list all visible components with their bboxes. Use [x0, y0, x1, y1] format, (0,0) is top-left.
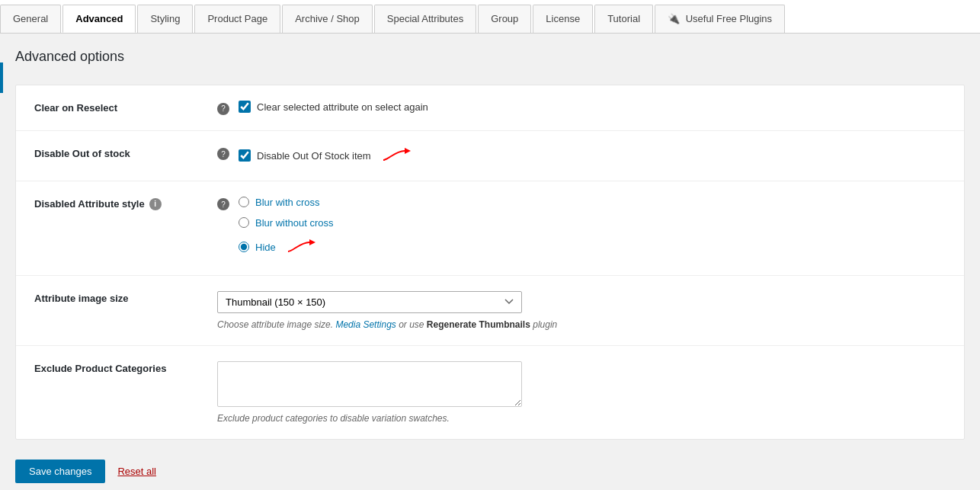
tab-advanced[interactable]: Advanced	[62, 5, 136, 33]
arrow-disable-out-of-stock	[382, 146, 412, 165]
help-clear-on-reselect[interactable]: ?	[217, 101, 229, 115]
radio-blur-with-cross[interactable]	[239, 197, 249, 207]
hint-attribute-image-size: Choose attribute image size. Media Setti…	[217, 319, 946, 330]
row-attribute-image-size: Attribute image size Thumbnail (150 × 15…	[16, 276, 964, 346]
row-clear-on-reselect: Clear on Reselect ? Clear selected attri…	[16, 85, 964, 131]
tab-bar: General Advanced Styling Product Page Ar…	[0, 0, 980, 34]
row-disabled-attribute-style: Disabled Attribute style i ? Blur with c…	[16, 181, 964, 276]
hint-exclude-product-categories: Exclude product categories to disable va…	[217, 413, 946, 424]
label-disabled-attribute-style: Disabled Attribute style i	[34, 197, 217, 210]
settings-panel: Clear on Reselect ? Clear selected attri…	[15, 85, 965, 440]
save-button[interactable]: Save changes	[15, 460, 105, 483]
media-settings-link[interactable]: Media Settings	[335, 319, 396, 330]
tab-archive-shop[interactable]: Archive / Shop	[282, 5, 373, 33]
radio-hide-label[interactable]: Hide	[239, 238, 334, 257]
checkbox-clear-on-reselect-label[interactable]: Clear selected attribute on select again	[239, 101, 428, 113]
radio-blur-without-cross-label[interactable]: Blur without cross	[239, 217, 334, 229]
radio-hide[interactable]	[239, 242, 249, 252]
info-icon-disabled-attribute-style[interactable]: i	[149, 198, 162, 210]
row-disabled-attribute-style-inner: ? Blur with cross Blur without cross	[217, 197, 334, 260]
checkbox-disable-out-of-stock[interactable]	[239, 149, 251, 162]
row-exclude-product-categories: Exclude Product Categories Exclude produ…	[16, 346, 964, 439]
help-disable-out-of-stock[interactable]: ?	[217, 146, 229, 161]
help-icon-disable-out-of-stock[interactable]: ?	[217, 148, 229, 160]
help-icon-disabled-attribute-style[interactable]: ?	[217, 198, 229, 210]
row-clear-on-reselect-inner: ? Clear selected attribute on select aga…	[217, 101, 428, 115]
textarea-exclude-product-categories[interactable]	[217, 361, 522, 407]
checkbox-disable-out-of-stock-label[interactable]: Disable Out Of Stock item	[239, 146, 412, 165]
label-attribute-image-size: Attribute image size	[34, 291, 217, 304]
tab-tutorial[interactable]: Tutorial	[594, 5, 653, 33]
main-content: Advanced options Clear on Reselect ? Cle…	[0, 34, 980, 440]
content-clear-on-reselect: Clear selected attribute on select again	[239, 101, 428, 113]
content-disabled-attribute-style: Blur with cross Blur without cross Hide	[239, 197, 334, 260]
radio-blur-without-cross[interactable]	[239, 217, 249, 228]
label-clear-on-reselect: Clear on Reselect	[34, 101, 217, 114]
tab-styling[interactable]: Styling	[137, 5, 193, 33]
dropdown-attribute-image-size[interactable]: Thumbnail (150 × 150) Medium (300 × 300)…	[217, 291, 522, 313]
plugin-icon: 🔌	[668, 13, 680, 24]
row-disable-out-of-stock: Disable Out of stock ? Disable Out Of St…	[16, 131, 964, 181]
content-disable-out-of-stock: Disable Out Of Stock item	[239, 146, 412, 165]
reset-all-button[interactable]: Reset all	[117, 466, 156, 477]
label-exclude-product-categories: Exclude Product Categories	[34, 361, 217, 374]
help-disabled-attribute-style[interactable]: ?	[217, 197, 229, 211]
row-disable-out-of-stock-inner: ? Disable Out Of Stock item	[217, 146, 412, 165]
tab-useful-free-plugins[interactable]: 🔌 Useful Free Plugins	[655, 5, 785, 33]
footer-bar: Save changes Reset all	[0, 447, 980, 491]
tab-general[interactable]: General	[0, 5, 61, 33]
section-title: Advanced options	[15, 49, 965, 72]
tab-license[interactable]: License	[533, 5, 593, 33]
content-exclude-product-categories: Exclude product categories to disable va…	[217, 361, 946, 424]
checkbox-clear-on-reselect[interactable]	[239, 101, 251, 113]
svg-marker-1	[309, 239, 315, 245]
content-attribute-image-size: Thumbnail (150 × 150) Medium (300 × 300)…	[217, 291, 946, 330]
blue-accent-bar	[0, 62, 3, 93]
label-disable-out-of-stock: Disable Out of stock	[34, 146, 217, 159]
tab-group[interactable]: Group	[478, 5, 531, 33]
svg-marker-0	[405, 148, 411, 154]
arrow-hide	[287, 238, 317, 257]
help-icon-clear-on-reselect[interactable]: ?	[217, 103, 229, 115]
tab-product-page[interactable]: Product Page	[194, 5, 280, 33]
tab-special-attributes[interactable]: Special Attributes	[374, 5, 476, 33]
radio-blur-with-cross-label[interactable]: Blur with cross	[239, 197, 334, 208]
